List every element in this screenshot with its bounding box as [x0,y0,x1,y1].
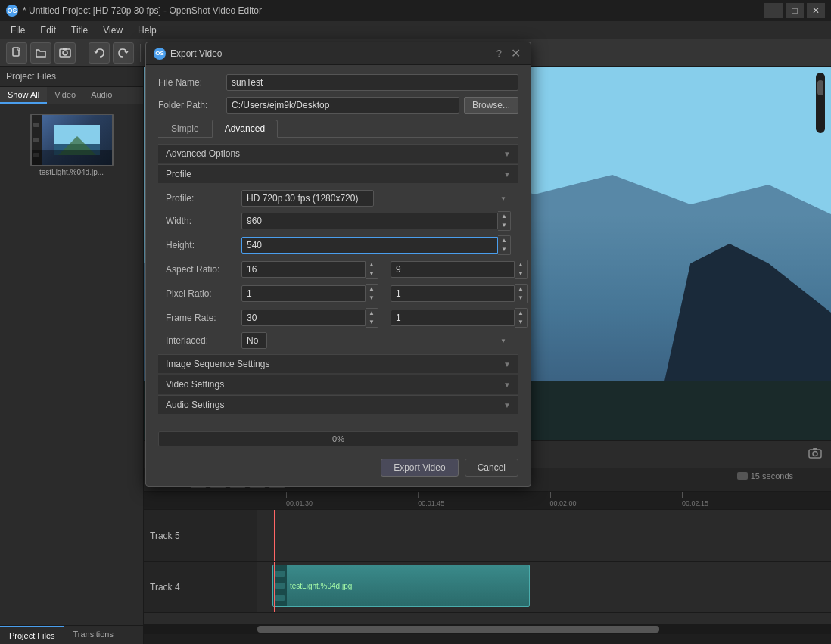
interlaced-select-wrapper: No Yes [241,332,511,349]
aspect-ratio-h-input[interactable] [391,261,515,278]
width-down-button[interactable]: ▼ [498,221,510,230]
profile-row: Profile: HD 720p 30 fps (1280x720) HD 10… [166,188,511,209]
pixel-ratio-row: Pixel Ratio: ▲ ▼ [166,282,511,306]
aspect-ratio-h-buttons: ▲ ▼ [515,260,528,279]
chevron-icon: ▼ [503,170,511,179]
frame-den-down[interactable]: ▼ [515,318,527,327]
tab-advanced[interactable]: Advanced [212,120,278,138]
aspect-ratio-value: ▲ ▼ ▲ ▼ [241,260,528,279]
chevron-icon: ▼ [503,401,511,409]
pixel-ratio-w-input[interactable] [241,285,366,302]
dialog-titlebar: OS Export Video ? ✕ [146,42,531,65]
width-input[interactable] [241,213,498,229]
frame-rate-spinbox-pair: ▲ ▼ ▲ ▼ [241,308,528,328]
aspect-w-down[interactable]: ▼ [366,269,378,278]
frame-rate-num-input[interactable] [241,310,366,326]
chevron-icon: ▼ [503,360,511,369]
frame-num-up[interactable]: ▲ [366,309,378,318]
profile-select-wrapper: HD 720p 30 fps (1280x720) HD 1080p 30 fp… [241,190,511,207]
pixel-ratio-h-spinbox: ▲ ▼ [391,284,528,303]
aspect-ratio-label: Aspect Ratio: [166,264,241,275]
frame-rate-label: Frame Rate: [166,313,241,323]
pixel-ratio-h-buttons: ▲ ▼ [515,284,528,303]
folder-path-label: Folder Path: [158,100,226,110]
progress-bar-area: 0% [146,425,531,453]
frame-rate-value: ▲ ▼ ▲ ▼ [241,308,528,328]
pixel-h-down[interactable]: ▼ [515,294,527,303]
pixel-w-down[interactable]: ▼ [366,294,378,303]
pixel-ratio-w-buttons: ▲ ▼ [366,284,378,303]
frame-rate-num-spinbox: ▲ ▼ [241,308,378,328]
file-name-label: File Name: [158,77,226,88]
aspect-ratio-h-spinbox: ▲ ▼ [391,260,528,279]
advanced-options-section[interactable]: Advanced Options ▼ [158,144,518,163]
dialog-overlay: OS Export Video ? ✕ File Name: Folder Pa… [0,0,831,644]
browse-button[interactable]: Browse... [464,97,518,114]
frame-rate-den-spinbox: ▲ ▼ [391,308,528,328]
pixel-ratio-value: ▲ ▼ ▲ ▼ [241,284,528,303]
pixel-h-up[interactable]: ▲ [515,285,527,294]
folder-path-input[interactable] [226,97,459,114]
profile-label: Profile: [166,193,241,204]
height-input[interactable] [241,237,498,254]
dialog-tabs: Simple Advanced [158,120,518,138]
video-settings-section[interactable]: Video Settings ▼ [158,375,518,394]
folder-path-row: Folder Path: Browse... [158,97,518,114]
tab-simple[interactable]: Simple [158,120,212,138]
frame-rate-den-buttons: ▲ ▼ [515,308,528,328]
width-row: Width: ▲ ▼ [166,209,511,233]
frame-den-up[interactable]: ▲ [515,309,527,318]
height-spinbox-buttons: ▲ ▼ [498,235,511,255]
frame-rate-num-buttons: ▲ ▼ [366,308,378,328]
progress-text: 0% [332,434,344,443]
chevron-icon: ▼ [503,381,511,389]
height-label: Height: [166,240,241,250]
dialog-help-button[interactable]: ? [496,48,502,59]
aspect-ratio-row: Aspect Ratio: ▲ ▼ [166,257,511,282]
height-value: ▲ ▼ [241,235,511,255]
aspect-w-up[interactable]: ▲ [366,260,378,269]
frame-rate-row: Frame Rate: ▲ ▼ [166,306,511,330]
file-name-input[interactable] [226,74,518,91]
interlaced-label: Interlaced: [166,335,241,346]
aspect-h-down[interactable]: ▼ [515,269,527,278]
width-value: ▲ ▼ [241,211,511,231]
export-dialog: OS Export Video ? ✕ File Name: Folder Pa… [145,42,531,487]
interlaced-row: Interlaced: No Yes [166,330,511,351]
image-sequence-section[interactable]: Image Sequence Settings ▼ [158,354,518,373]
height-down-button[interactable]: ▼ [498,245,510,254]
frame-num-down[interactable]: ▼ [366,318,378,327]
profile-value: HD 720p 30 fps (1280x720) HD 1080p 30 fp… [241,190,511,207]
aspect-h-up[interactable]: ▲ [515,260,527,269]
height-up-button[interactable]: ▲ [498,236,510,245]
pixel-ratio-spinbox-pair: ▲ ▼ ▲ ▼ [241,284,528,303]
profile-select[interactable]: HD 720p 30 fps (1280x720) HD 1080p 30 fp… [241,190,374,207]
chevron-icon: ▼ [503,150,511,158]
interlaced-value: No Yes [241,332,511,349]
pixel-ratio-h-input[interactable] [391,285,515,302]
frame-rate-den-input[interactable] [391,310,515,326]
dialog-content: File Name: Folder Path: Browse... Simple… [146,65,531,425]
pixel-ratio-w-spinbox: ▲ ▼ [241,284,378,303]
aspect-ratio-w-input[interactable] [241,261,366,278]
pixel-w-up[interactable]: ▲ [366,285,378,294]
width-label: Width: [166,216,241,226]
aspect-ratio-w-spinbox: ▲ ▼ [241,260,378,279]
height-spinbox: ▲ ▼ [241,235,511,255]
interlaced-select[interactable]: No Yes [241,332,267,349]
dialog-buttons: Export Video Cancel [146,453,531,486]
cancel-button[interactable]: Cancel [465,459,518,477]
file-name-row: File Name: [158,74,518,91]
progress-bar: 0% [158,431,518,446]
dialog-title: Export Video [170,48,496,59]
dialog-icon: OS [154,48,166,60]
aspect-ratio-spinbox-pair: ▲ ▼ ▲ ▼ [241,260,528,279]
dialog-close-button[interactable]: ✕ [508,46,523,61]
profile-section[interactable]: Profile ▼ [158,164,518,183]
aspect-ratio-w-buttons: ▲ ▼ [366,260,378,279]
audio-settings-section[interactable]: Audio Settings ▼ [158,395,518,414]
width-spinbox: ▲ ▼ [241,211,511,231]
width-up-button[interactable]: ▲ [498,212,510,221]
width-spinbox-buttons: ▲ ▼ [498,211,511,231]
export-video-button[interactable]: Export Video [381,459,459,477]
